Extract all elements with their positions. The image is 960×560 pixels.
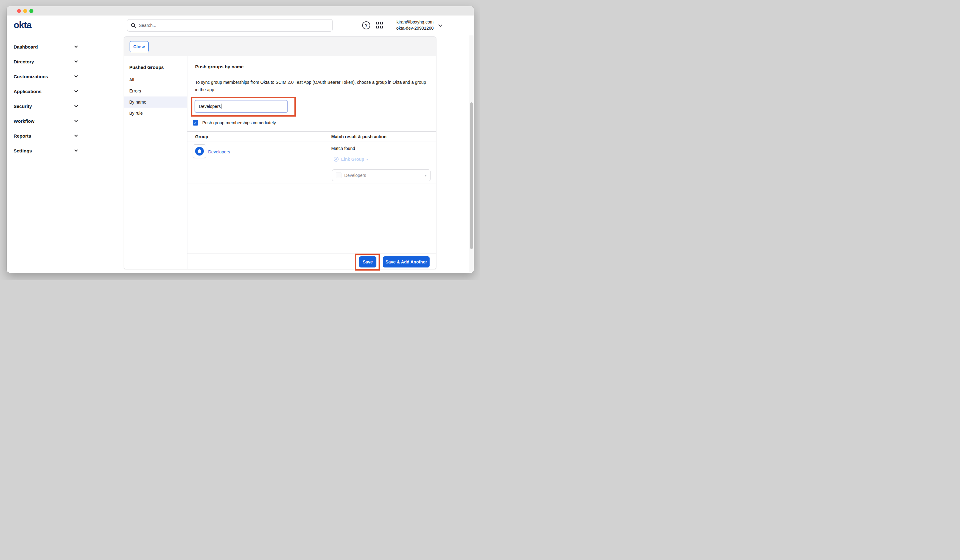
close-window-button[interactable] bbox=[17, 9, 21, 13]
group-name-input[interactable]: Developers bbox=[195, 100, 288, 113]
pushed-groups-title: Pushed Groups bbox=[124, 56, 187, 74]
table-header: Group Match result & push action bbox=[187, 131, 436, 142]
save-add-another-button[interactable]: Save & Add Another bbox=[383, 256, 430, 267]
page-title: Push groups by name bbox=[195, 64, 244, 69]
column-header-group: Group bbox=[195, 134, 208, 139]
sidebar-item-applications[interactable]: Applications bbox=[7, 84, 86, 99]
chevron-down-icon bbox=[74, 104, 78, 107]
filter-by-rule[interactable]: By rule bbox=[124, 107, 187, 119]
push-immediately-checkbox[interactable]: ✓ bbox=[193, 120, 198, 126]
okta-logo: okta bbox=[14, 20, 32, 30]
zoom-window-button[interactable] bbox=[29, 9, 34, 13]
help-icon[interactable]: ? bbox=[362, 21, 370, 29]
column-header-match: Match result & push action bbox=[331, 134, 387, 139]
scrollbar-track[interactable] bbox=[469, 35, 474, 273]
search-icon bbox=[131, 23, 136, 28]
user-account-menu[interactable]: kiran@boxyhq.com okta-dev-20901260 bbox=[396, 19, 434, 31]
panel-toolbar: Close bbox=[124, 37, 436, 56]
app-window: okta ? kiran@boxyhq.com okta-dev-2090126… bbox=[7, 6, 474, 273]
sidebar-item-dashboard[interactable]: Dashboard bbox=[7, 39, 86, 54]
link-group-button[interactable]: Link Group ▾ bbox=[334, 157, 368, 162]
save-button[interactable]: Save bbox=[359, 256, 376, 267]
sidebar-item-customizations[interactable]: Customizations bbox=[7, 69, 86, 84]
group-input-value: Developers bbox=[199, 104, 221, 109]
group-placeholder-icon bbox=[336, 173, 341, 178]
link-group-label: Link Group bbox=[341, 157, 364, 162]
group-link[interactable]: Developers bbox=[208, 149, 230, 154]
chevron-down-icon bbox=[74, 148, 78, 152]
filter-all[interactable]: All bbox=[124, 74, 187, 85]
minimize-window-button[interactable] bbox=[23, 9, 27, 13]
chevron-down-icon bbox=[74, 74, 78, 77]
text-cursor bbox=[221, 104, 221, 109]
content-area: Dashboard Directory Customizations Appli… bbox=[7, 35, 474, 273]
question-glyph: ? bbox=[365, 23, 368, 28]
apps-grid-icon[interactable] bbox=[376, 22, 384, 29]
table-row: Developers Match found Link Group ▾ Deve… bbox=[187, 142, 436, 183]
checkmark-icon: ✓ bbox=[194, 121, 197, 125]
close-button[interactable]: Close bbox=[130, 41, 149, 52]
app-header: okta ? kiran@boxyhq.com okta-dev-2090126… bbox=[7, 16, 474, 35]
panel-footer: Save Save & Add Another bbox=[187, 254, 436, 270]
match-result-text: Match found bbox=[331, 146, 355, 151]
window-titlebar bbox=[7, 6, 474, 16]
caret-down-icon: ▾ bbox=[425, 173, 427, 178]
pushed-groups-column: Pushed Groups All Errors By name By rule bbox=[124, 56, 187, 269]
filter-errors[interactable]: Errors bbox=[124, 85, 187, 96]
sidebar-item-directory[interactable]: Directory bbox=[7, 54, 86, 69]
search-input[interactable] bbox=[139, 23, 329, 28]
sidebar-item-reports[interactable]: Reports bbox=[7, 128, 86, 143]
group-icon-card bbox=[193, 144, 206, 158]
sidebar-item-workflow[interactable]: Workflow bbox=[7, 114, 86, 128]
chevron-down-icon bbox=[74, 118, 78, 122]
search-box[interactable] bbox=[127, 19, 333, 32]
filter-by-name[interactable]: By name bbox=[124, 96, 187, 107]
caret-down-icon: ▾ bbox=[366, 158, 368, 161]
chevron-down-icon bbox=[74, 44, 78, 48]
chevron-down-icon bbox=[74, 133, 78, 137]
user-email: kiran@boxyhq.com bbox=[396, 19, 434, 25]
group-ring-icon bbox=[195, 147, 204, 155]
push-groups-panel: Close Pushed Groups All Errors By name B… bbox=[124, 37, 437, 269]
push-immediately-label: Push group memberships immediately bbox=[202, 120, 276, 125]
sidebar: Dashboard Directory Customizations Appli… bbox=[7, 35, 86, 273]
sidebar-item-security[interactable]: Security bbox=[7, 99, 86, 114]
target-group-value: Developers bbox=[344, 173, 366, 178]
target-group-select[interactable]: Developers ▾ bbox=[332, 170, 430, 181]
scrollbar-thumb[interactable] bbox=[470, 102, 473, 249]
sidebar-item-settings[interactable]: Settings bbox=[7, 143, 86, 158]
chevron-down-icon bbox=[74, 89, 78, 92]
chevron-down-icon[interactable] bbox=[438, 23, 442, 27]
chevron-down-icon bbox=[74, 59, 78, 62]
description-text: To sync group memberships from Okta to S… bbox=[195, 78, 427, 93]
org-name: okta-dev-20901260 bbox=[396, 25, 434, 31]
link-icon bbox=[334, 157, 339, 162]
